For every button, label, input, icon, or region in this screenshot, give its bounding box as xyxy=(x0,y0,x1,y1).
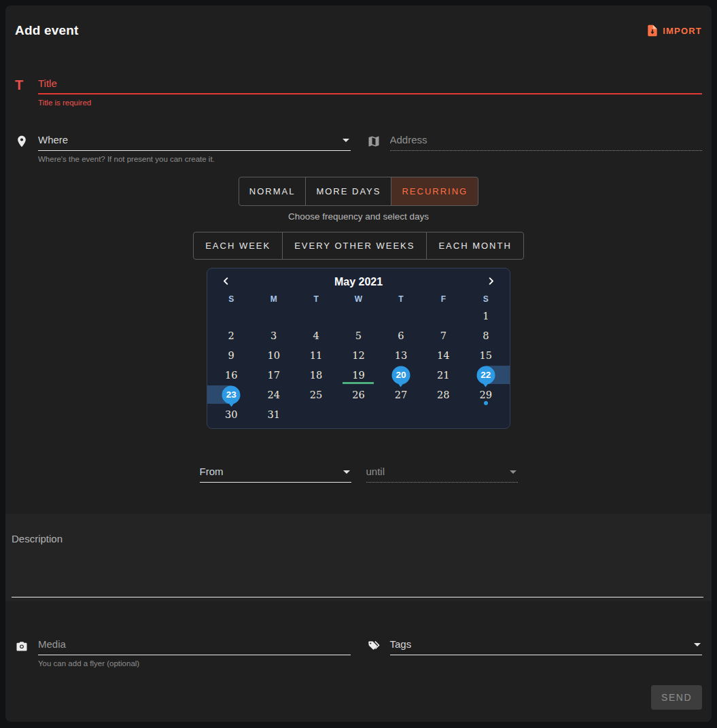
description-field[interactable]: Description xyxy=(5,514,712,601)
calendar-day-number: 26 xyxy=(352,389,364,400)
freq-every-other-weeks[interactable]: EVERY OTHER WEEKS xyxy=(282,232,427,260)
calendar-empty-cell xyxy=(295,306,337,326)
calendar-empty-cell xyxy=(337,306,379,326)
calendar-day-20[interactable]: 20 xyxy=(380,365,422,385)
calendar-empty-cell xyxy=(422,306,464,326)
file-import-icon xyxy=(646,24,659,37)
calendar-week-row: 1 xyxy=(210,306,507,326)
import-button[interactable]: IMPORT xyxy=(646,24,702,37)
where-select-value: Where xyxy=(38,134,337,145)
calendar-day-30[interactable]: 30 xyxy=(210,404,252,424)
calendar-weekday-label: T xyxy=(380,294,422,304)
freq-each-month[interactable]: EACH MONTH xyxy=(426,232,523,260)
chevron-down-icon xyxy=(343,470,350,474)
calendar-day-number: 4 xyxy=(313,330,319,341)
calendar-day-number: 21 xyxy=(437,370,449,381)
where-field[interactable]: Where Where's the event? If not present … xyxy=(15,134,351,163)
calendar-day-27[interactable]: 27 xyxy=(380,385,422,404)
title-input[interactable] xyxy=(38,77,702,89)
calendar-empty-cell xyxy=(422,404,464,424)
calendar-day-number: 6 xyxy=(398,330,404,341)
calendar-day-23[interactable]: 23 xyxy=(210,385,252,404)
calendar-day-number: 18 xyxy=(310,370,322,381)
calendar-day-number: 7 xyxy=(440,330,447,341)
calendar-day-21[interactable]: 21 xyxy=(422,365,464,385)
calendar-day-number: 13 xyxy=(395,350,407,361)
calendar-day-29[interactable]: 29 xyxy=(465,385,507,404)
calendar-day-2[interactable]: 2 xyxy=(210,326,252,345)
calendar-day-number: 20 xyxy=(396,370,406,380)
time-range-row: From until xyxy=(15,466,702,483)
calendar-day-17[interactable]: 17 xyxy=(252,365,294,385)
calendar-day-26[interactable]: 26 xyxy=(337,385,379,404)
page-title: Add event xyxy=(15,23,79,38)
send-button[interactable]: SEND xyxy=(651,685,702,710)
calendar-weekday-label: F xyxy=(422,294,464,304)
description-underline xyxy=(12,597,703,597)
calendar-day-number: 27 xyxy=(395,389,407,400)
media-helper-text: You can add a flyer (optional) xyxy=(38,659,351,668)
title-error-text: Title is required xyxy=(38,99,702,107)
calendar-day-number: 16 xyxy=(225,370,237,381)
next-month-button[interactable] xyxy=(486,276,496,288)
title-icon: T xyxy=(15,77,33,107)
tags-icon xyxy=(367,638,385,656)
calendar-weekday-label: S xyxy=(210,294,252,304)
calendar-day-31[interactable]: 31 xyxy=(252,404,294,424)
calendar-weekday-label: S xyxy=(465,294,507,304)
from-select-value: From xyxy=(200,466,338,477)
calendar-day-9[interactable]: 9 xyxy=(210,345,252,365)
calendar-day-number: 14 xyxy=(437,350,449,361)
calendar-week-row: 3031 xyxy=(210,404,507,424)
dialog-header: Add event IMPORT xyxy=(15,5,702,38)
calendar-day-22[interactable]: 22 xyxy=(465,365,507,385)
calendar-day-10[interactable]: 10 xyxy=(252,345,294,365)
calendar-day-number: 23 xyxy=(226,389,237,400)
calendar-day-number: 11 xyxy=(310,350,322,361)
media-input[interactable] xyxy=(38,638,351,650)
add-event-dialog: Add event IMPORT T Title is required xyxy=(5,5,712,722)
calendar-day-14[interactable]: 14 xyxy=(422,345,464,365)
calendar-day-4[interactable]: 4 xyxy=(295,326,337,345)
freq-each-week[interactable]: EACH WEEK xyxy=(193,232,283,260)
dialog-actions: SEND xyxy=(15,685,702,710)
calendar-day-15[interactable]: 15 xyxy=(465,345,507,365)
calendar-day-13[interactable]: 13 xyxy=(380,345,422,365)
calendar-day-8[interactable]: 8 xyxy=(465,326,507,345)
where-address-row: Where Where's the event? If not present … xyxy=(15,134,702,163)
calendar-empty-cell xyxy=(252,306,294,326)
until-field: until xyxy=(366,466,518,483)
calendar-empty-cell xyxy=(295,404,337,424)
calendar-empty-cell xyxy=(380,404,422,424)
calendar-day-number: 30 xyxy=(225,409,237,420)
calendar-day-11[interactable]: 11 xyxy=(295,345,337,365)
calendar-day-12[interactable]: 12 xyxy=(337,345,379,365)
calendar-weekday-label: W xyxy=(337,294,379,304)
calendar-month-label: May 2021 xyxy=(231,276,486,288)
calendar-day-25[interactable]: 25 xyxy=(295,385,337,404)
calendar-empty-cell xyxy=(465,404,507,424)
calendar-day-number: 5 xyxy=(355,330,362,341)
calendar-day-28[interactable]: 28 xyxy=(422,385,464,404)
calendar-day-7[interactable]: 7 xyxy=(422,326,464,345)
calendar-day-19[interactable]: 19 xyxy=(337,365,379,385)
calendar-day-5[interactable]: 5 xyxy=(337,326,379,345)
calendar-week-row: 16171819202122 xyxy=(210,365,507,385)
calendar-day-number: 22 xyxy=(480,370,491,380)
calendar-day-1[interactable]: 1 xyxy=(465,306,507,326)
from-field[interactable]: From xyxy=(200,466,351,483)
calendar-day-16[interactable]: 16 xyxy=(210,365,252,385)
address-input[interactable] xyxy=(390,134,703,145)
calendar-day-number: 12 xyxy=(352,350,364,361)
calendar-day-18[interactable]: 18 xyxy=(295,365,337,385)
prev-month-button[interactable] xyxy=(221,276,231,288)
calendar-day-3[interactable]: 3 xyxy=(252,326,294,345)
calendar-day-number: 28 xyxy=(437,389,449,400)
calendar-day-6[interactable]: 6 xyxy=(380,326,422,345)
chevron-down-icon xyxy=(343,139,349,142)
calendar-day-24[interactable]: 24 xyxy=(252,385,294,404)
tags-field[interactable]: Tags xyxy=(367,638,703,656)
tab-recurring[interactable]: RECURRING xyxy=(391,177,478,206)
tab-more-days[interactable]: MORE DAYS xyxy=(305,177,391,206)
tab-normal[interactable]: NORMAL xyxy=(239,177,307,206)
